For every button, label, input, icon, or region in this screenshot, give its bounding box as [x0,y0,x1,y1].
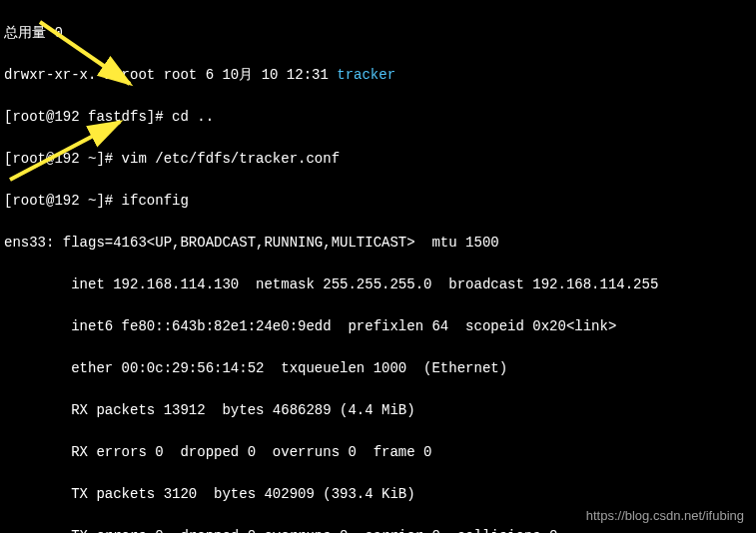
output-line: 总用量 0 [4,23,752,44]
prompt-line: [root@192 fastdfs]# cd .. [4,107,752,128]
prompt-line: [root@192 ~]# vim /etc/fdfs/tracker.conf [4,149,752,170]
terminal-output: 总用量 0 drwxr-xr-x. 2 root root 6 10月 10 1… [4,2,752,533]
ifconfig-inet: inet 192.168.114.130 netmask 255.255.255… [4,274,752,295]
ifconfig-ether: ether 00:0c:29:56:14:52 txqueuelen 1000 … [4,358,752,379]
ifconfig-inet6: inet6 fe80::643b:82e1:24e0:9edd prefixle… [4,316,752,337]
ifconfig-ens33: ens33: flags=4163<UP,BROADCAST,RUNNING,M… [4,233,752,254]
ifconfig-rxerr: RX errors 0 dropped 0 overruns 0 frame 0 [4,442,752,463]
ifconfig-rx: RX packets 13912 bytes 4686289 (4.4 MiB) [4,400,752,421]
output-line: drwxr-xr-x. 2 root root 6 10月 10 12:31 t… [4,65,752,86]
prompt-line: [root@192 ~]# ifconfig [4,191,752,212]
ifconfig-txerr: TX errors 0 dropped 0 overruns 0 carrier… [4,526,752,533]
watermark-text: https://blog.csdn.net/ifubing [586,506,744,526]
dir-name-highlight: tracker [337,67,395,83]
perms-text: drwxr-xr-x. 2 root root 6 10月 10 12:31 [4,67,337,83]
ifconfig-tx: TX packets 3120 bytes 402909 (393.4 KiB) [4,484,752,505]
